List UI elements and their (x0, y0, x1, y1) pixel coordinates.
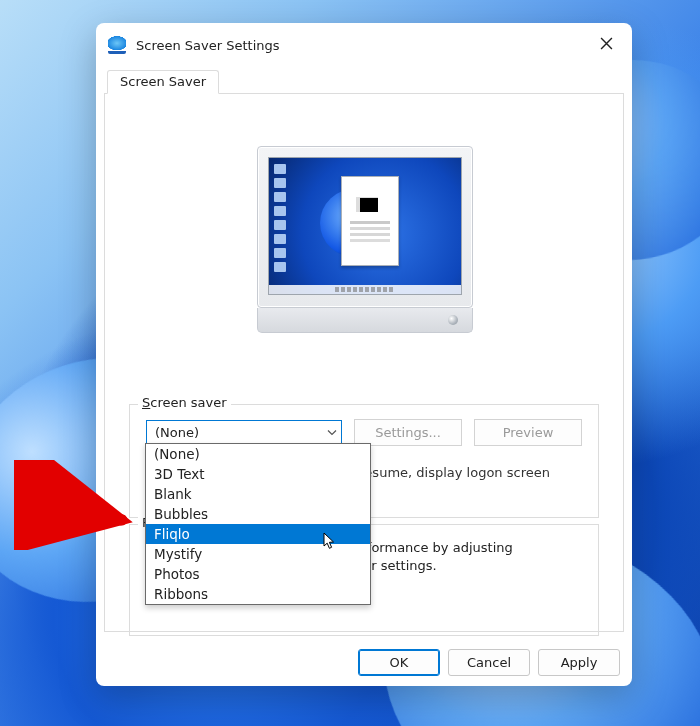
tab-label: Screen Saver (120, 74, 206, 89)
dropdown-option[interactable]: Blank (146, 484, 370, 504)
screensaver-dropdown-list[interactable]: (None)3D TextBlankBubblesFliqloMystifyPh… (145, 443, 371, 605)
preview-button[interactable]: Preview (474, 419, 582, 446)
screen-saver-legend: SScreen savercreen saver (138, 395, 231, 410)
screen-saver-dialog: Screen Saver Settings Screen Saver (96, 23, 632, 686)
titlebar: Screen Saver Settings (96, 23, 632, 67)
monitor-preview (257, 146, 471, 332)
tab-screen-saver[interactable]: Screen Saver (107, 70, 219, 94)
dialog-footer: OK Cancel Apply (96, 638, 632, 686)
dropdown-option[interactable]: Ribbons (146, 584, 370, 604)
dropdown-option[interactable]: (None) (146, 444, 370, 464)
dropdown-option[interactable]: Photos (146, 564, 370, 584)
close-icon (600, 37, 613, 53)
chevron-down-icon (327, 425, 337, 440)
tab-strip: Screen Saver (104, 67, 624, 94)
tab-panel: SScreen savercreen saver (None) Settings… (104, 94, 624, 632)
dropdown-selected-value: (None) (155, 425, 199, 440)
dropdown-option[interactable]: 3D Text (146, 464, 370, 484)
dropdown-option[interactable]: Bubbles (146, 504, 370, 524)
window-title: Screen Saver Settings (136, 38, 280, 53)
ok-button[interactable]: OK (358, 649, 440, 676)
settings-button[interactable]: Settings... (354, 419, 462, 446)
screensaver-dropdown[interactable]: (None) (146, 420, 342, 445)
close-button[interactable] (586, 29, 626, 61)
apply-button[interactable]: Apply (538, 649, 620, 676)
cancel-button[interactable]: Cancel (448, 649, 530, 676)
dropdown-option[interactable]: Mystify (146, 544, 370, 564)
screen-saver-icon (108, 36, 126, 54)
dropdown-option[interactable]: Fliqlo (146, 524, 370, 544)
